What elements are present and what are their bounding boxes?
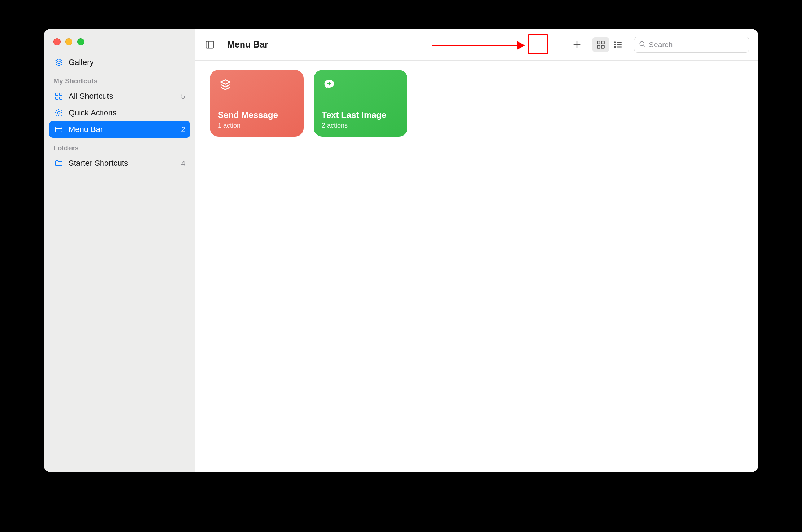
svg-rect-14 (602, 45, 604, 48)
sidebar-item-label: Gallery (69, 58, 185, 67)
sidebar-item-label: All Shortcuts (69, 92, 176, 101)
gallery-icon (54, 58, 63, 67)
shortcut-title: Send Message (218, 110, 296, 120)
svg-point-15 (614, 42, 615, 43)
svg-rect-0 (56, 93, 58, 96)
sidebar-item-quick-actions[interactable]: Quick Actions (49, 105, 190, 121)
svg-rect-2 (56, 97, 58, 99)
toolbar: Menu Bar (195, 29, 758, 61)
sidebar-item-starter-shortcuts[interactable]: Starter Shortcuts 4 (49, 155, 190, 172)
sidebar: Gallery My Shortcuts All Shortcuts 5 (44, 29, 195, 472)
menubar-icon (54, 125, 63, 134)
add-shortcut-button[interactable] (569, 37, 585, 52)
svg-line-22 (644, 45, 645, 46)
page-title: Menu Bar (227, 39, 268, 50)
fullscreen-window-button[interactable] (77, 38, 84, 45)
svg-rect-3 (60, 97, 62, 99)
svg-rect-7 (206, 41, 214, 48)
sidebar-item-count: 4 (181, 159, 185, 168)
search-field[interactable] (634, 37, 749, 53)
toggle-sidebar-button[interactable] (202, 37, 218, 52)
shortcut-subtitle: 1 action (218, 122, 296, 129)
folder-icon (54, 159, 63, 168)
search-input[interactable] (649, 40, 745, 49)
window-controls (44, 35, 195, 54)
search-icon (639, 40, 646, 49)
shortcut-card-text-last-image[interactable]: Text Last Image 2 actions (314, 70, 407, 137)
sidebar-item-label: Starter Shortcuts (69, 159, 176, 168)
layers-icon (218, 77, 233, 92)
list-view-button[interactable] (609, 37, 627, 52)
sidebar-item-gallery[interactable]: Gallery (49, 54, 190, 71)
grid-icon (54, 92, 63, 101)
app-window: Gallery My Shortcuts All Shortcuts 5 (44, 29, 758, 472)
sidebar-item-count: 2 (181, 125, 185, 134)
svg-point-17 (614, 44, 615, 45)
svg-point-19 (614, 46, 615, 47)
minimize-window-button[interactable] (65, 38, 72, 45)
sidebar-item-count: 5 (181, 92, 185, 101)
svg-point-21 (640, 41, 644, 46)
shortcut-card-send-message[interactable]: Send Message 1 action (210, 70, 304, 137)
main-pane: Menu Bar (195, 29, 758, 472)
svg-point-4 (58, 112, 60, 114)
view-toggle (592, 37, 627, 52)
shortcut-title: Text Last Image (322, 110, 400, 120)
grid-view-button[interactable] (592, 37, 609, 52)
svg-rect-12 (602, 41, 604, 44)
comment-plus-icon (322, 77, 337, 92)
shortcut-grid: Send Message 1 action Text Last Image 2 … (195, 61, 758, 472)
shortcut-subtitle: 2 actions (322, 122, 400, 129)
sidebar-item-label: Menu Bar (69, 125, 176, 134)
sidebar-item-menu-bar[interactable]: Menu Bar 2 (49, 121, 190, 138)
close-window-button[interactable] (53, 38, 61, 45)
sidebar-item-all-shortcuts[interactable]: All Shortcuts 5 (49, 88, 190, 105)
sidebar-heading-my-shortcuts: My Shortcuts (49, 71, 190, 88)
gear-icon (54, 108, 63, 118)
svg-rect-13 (597, 45, 600, 48)
sidebar-heading-folders: Folders (49, 138, 190, 155)
svg-rect-11 (597, 41, 600, 44)
svg-rect-5 (56, 127, 62, 132)
sidebar-item-label: Quick Actions (69, 108, 180, 118)
svg-rect-1 (60, 93, 62, 96)
